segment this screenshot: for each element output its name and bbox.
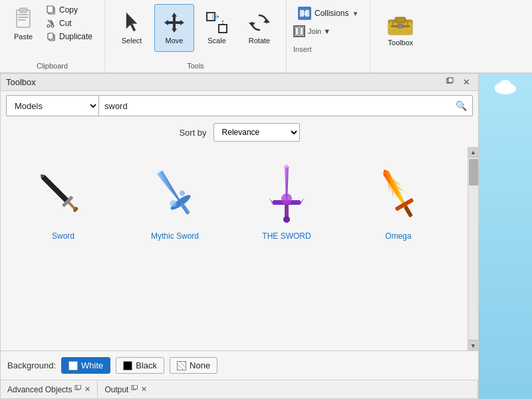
svg-rect-4 bbox=[18, 19, 26, 21]
svg-rect-64 bbox=[134, 385, 138, 389]
cut-icon bbox=[47, 19, 56, 28]
scale-icon bbox=[205, 11, 228, 34]
svg-rect-59 bbox=[404, 205, 413, 218]
svg-rect-12 bbox=[48, 33, 53, 39]
toolbar: Paste Copy Cut bbox=[0, 0, 532, 73]
advanced-close-button[interactable]: ✕ bbox=[84, 385, 90, 394]
list-item[interactable]: Sword bbox=[7, 154, 119, 344]
sword-3-label: THE SWORD bbox=[262, 231, 311, 241]
svg-rect-58 bbox=[395, 198, 414, 211]
svg-rect-36 bbox=[448, 78, 453, 82]
restore-icon bbox=[446, 77, 454, 85]
advanced-restore-icon bbox=[74, 385, 82, 392]
copy-icon bbox=[47, 5, 56, 15]
titlebar-restore-button[interactable] bbox=[443, 76, 456, 88]
scrollbar[interactable]: ▲ ▼ bbox=[467, 147, 478, 350]
black-color-box bbox=[123, 361, 132, 370]
sort-dropdown[interactable]: Relevance Most Visited Updated bbox=[213, 123, 300, 142]
toolbox-button[interactable]: Toolbox bbox=[377, 4, 424, 52]
duplicate-label: Duplicate bbox=[59, 32, 92, 41]
toolbox-label: Toolbox bbox=[388, 39, 413, 47]
paste-label: Paste bbox=[14, 33, 33, 41]
items-grid: Sword bbox=[1, 147, 467, 350]
advanced-objects-label: Advanced Objects bbox=[7, 385, 72, 394]
copy-button[interactable]: Copy bbox=[44, 4, 95, 16]
select-button[interactable]: Select bbox=[112, 4, 152, 52]
svg-point-9 bbox=[47, 25, 50, 27]
svg-marker-55 bbox=[301, 198, 305, 204]
move-button[interactable]: Move bbox=[154, 4, 194, 52]
toolbox-panel: Toolbox ✕ Models 🔍 bbox=[0, 73, 479, 399]
advanced-restore-button[interactable] bbox=[74, 385, 82, 394]
items-area: Sword bbox=[1, 147, 478, 350]
background-label: Background: bbox=[7, 360, 56, 370]
tools-group-label: Tools bbox=[187, 59, 204, 70]
toolbox-search-row: Models 🔍 bbox=[1, 91, 478, 120]
sword-image-1 bbox=[17, 161, 110, 227]
duplicate-icon bbox=[47, 32, 56, 41]
svg-marker-19 bbox=[212, 14, 217, 19]
svg-rect-3 bbox=[18, 17, 29, 18]
rotate-icon bbox=[248, 11, 271, 34]
duplicate-button[interactable]: Duplicate bbox=[44, 31, 95, 43]
white-label: White bbox=[81, 360, 103, 370]
scale-label: Scale bbox=[207, 37, 226, 45]
collisions-button[interactable]: Collisions ▼ bbox=[293, 4, 363, 23]
toolbox-panel-title: Toolbox bbox=[6, 77, 36, 87]
collisions-group: Collisions ▼ Join ▼ Insert bbox=[287, 0, 370, 72]
white-background-button[interactable]: White bbox=[61, 357, 110, 374]
copy-label: Copy bbox=[59, 5, 78, 15]
sky-background bbox=[479, 73, 532, 399]
list-item[interactable]: Mythic Sword bbox=[119, 154, 231, 344]
rotate-label: Rotate bbox=[249, 37, 270, 45]
cloud-icon-area bbox=[479, 73, 532, 94]
scroll-track bbox=[468, 158, 478, 340]
scroll-thumb[interactable] bbox=[469, 159, 478, 186]
svg-rect-34 bbox=[407, 20, 408, 27]
scroll-down-button[interactable]: ▼ bbox=[468, 340, 479, 350]
svg-rect-37 bbox=[41, 175, 71, 205]
search-icon: 🔍 bbox=[456, 100, 467, 111]
titlebar-close-button[interactable]: ✕ bbox=[460, 76, 473, 88]
svg-rect-62 bbox=[77, 385, 81, 389]
sword-4-label: Omega bbox=[385, 231, 411, 241]
scale-button[interactable]: Scale bbox=[197, 4, 237, 52]
collisions-dropdown-arrow: ▼ bbox=[352, 10, 358, 17]
svg-point-10 bbox=[51, 25, 54, 27]
cut-button[interactable]: Cut bbox=[44, 17, 95, 29]
none-color-box bbox=[177, 361, 186, 370]
toolbox-icon bbox=[386, 9, 415, 36]
titlebar-controls: ✕ bbox=[443, 76, 473, 88]
sword-1-label: Sword bbox=[52, 231, 74, 241]
join-row: Join ▼ bbox=[293, 25, 363, 37]
sword-image-3 bbox=[240, 161, 333, 227]
close-icon: ✕ bbox=[463, 77, 470, 87]
output-close-button[interactable]: ✕ bbox=[141, 385, 147, 394]
cloud-icon bbox=[492, 78, 519, 94]
models-dropdown[interactable]: Models bbox=[6, 95, 99, 116]
black-label: Black bbox=[136, 360, 157, 370]
none-background-button[interactable]: None bbox=[170, 357, 217, 374]
list-item[interactable]: THE SWORD bbox=[231, 154, 342, 344]
svg-rect-2 bbox=[18, 14, 29, 15]
rotate-button[interactable]: Rotate bbox=[239, 4, 279, 52]
sword-image-4 bbox=[352, 161, 445, 227]
list-item[interactable]: Omega bbox=[342, 154, 454, 344]
sort-row: Sort by Relevance Most Visited Updated bbox=[1, 120, 478, 147]
paste-button[interactable]: Paste bbox=[7, 4, 40, 44]
sword-1-svg bbox=[20, 164, 106, 224]
svg-rect-24 bbox=[303, 11, 307, 15]
svg-rect-1 bbox=[19, 8, 27, 13]
join-button[interactable]: Join ▼ bbox=[308, 27, 331, 35]
svg-rect-45 bbox=[180, 203, 190, 215]
select-label: Select bbox=[122, 37, 142, 45]
search-input[interactable] bbox=[104, 101, 456, 111]
svg-rect-30 bbox=[395, 17, 406, 23]
svg-marker-20 bbox=[263, 19, 270, 23]
output-restore-button[interactable] bbox=[131, 385, 138, 394]
scroll-up-button[interactable]: ▲ bbox=[468, 147, 479, 158]
sword-2-svg bbox=[132, 164, 218, 224]
black-background-button[interactable]: Black bbox=[116, 357, 164, 374]
tools-group: Select Move Scale bbox=[105, 0, 287, 72]
cut-label: Cut bbox=[59, 19, 72, 28]
